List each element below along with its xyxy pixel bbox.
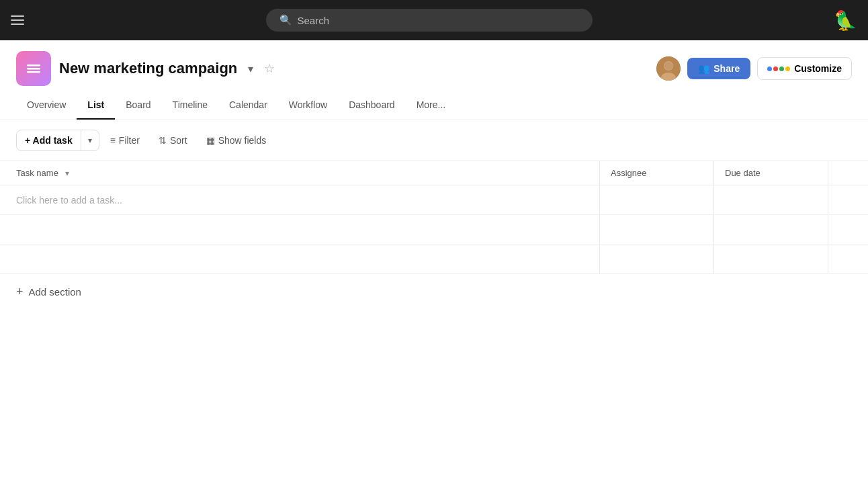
avatar — [656, 56, 681, 81]
logo-icon: 🦜 — [834, 9, 857, 32]
dot-green — [779, 66, 784, 71]
add-task-main[interactable]: + Add task — [17, 130, 81, 150]
share-people-icon: 👥 — [698, 63, 709, 74]
filter-button[interactable]: ≡ Filter — [102, 130, 148, 150]
empty-row-1-assignee — [599, 215, 713, 244]
tab-timeline[interactable]: Timeline — [162, 94, 218, 120]
empty-row-2-duedate — [713, 244, 828, 273]
tab-board[interactable]: Board — [115, 94, 161, 120]
project-title-row: New marketing campaign ▾ ☆ 👥 Share — [16, 51, 852, 86]
column-extra — [828, 161, 868, 185]
add-section-label: Add section — [29, 286, 81, 298]
avatar-svg — [656, 56, 681, 81]
empty-row-text: Click here to add a task... — [16, 195, 122, 206]
svg-rect-0 — [27, 64, 40, 66]
empty-row-1-task — [0, 215, 599, 244]
dot-blue — [767, 66, 772, 71]
svg-point-6 — [664, 62, 672, 70]
tab-dashboard[interactable]: Dashboard — [338, 94, 406, 120]
search-icon: 🔍 — [279, 14, 292, 26]
tab-calendar[interactable]: Calendar — [218, 94, 278, 120]
add-task-duedate-cell — [713, 185, 828, 214]
col-task-chevron[interactable]: ▾ — [65, 169, 69, 178]
col-duedate-label: Due date — [725, 168, 761, 178]
tab-workflow[interactable]: Workflow — [278, 94, 338, 120]
share-button[interactable]: 👥 Share — [687, 58, 750, 79]
empty-row-2-extra — [828, 244, 868, 273]
customize-label: Customize — [794, 63, 842, 74]
empty-row-1 — [0, 215, 868, 244]
add-task-row[interactable]: Click here to add a task... — [0, 185, 868, 215]
column-task-name: Task name ▾ — [0, 161, 599, 185]
show-fields-button[interactable]: ▦ Show fields — [198, 130, 275, 150]
tabs-row: Overview List Board Timeline Calendar Wo… — [16, 94, 852, 120]
add-task-assignee-cell — [599, 185, 713, 214]
project-name: New marketing campaign — [59, 60, 237, 77]
filter-icon: ≡ — [110, 135, 116, 146]
favorite-star-icon[interactable]: ☆ — [264, 61, 275, 76]
show-fields-label: Show fields — [218, 135, 267, 146]
col-task-label: Task name — [16, 168, 58, 178]
column-assignee: Assignee — [599, 161, 713, 185]
dot-yellow — [785, 66, 790, 71]
project-dropdown-chevron[interactable]: ▾ — [248, 62, 253, 75]
empty-row-1-extra — [828, 215, 868, 244]
dot-red — [773, 66, 778, 71]
sort-label: Sort — [170, 135, 187, 146]
column-due-date: Due date — [713, 161, 828, 185]
avatar-face — [656, 56, 681, 81]
sort-icon: ⇅ — [159, 135, 167, 146]
add-task-extra-cell — [828, 185, 868, 214]
add-section-plus-icon: + — [16, 285, 24, 299]
share-label: Share — [713, 63, 740, 74]
search-placeholder: Search — [298, 15, 330, 26]
list-icon — [24, 59, 43, 78]
show-fields-icon: ▦ — [206, 135, 215, 146]
project-icon — [16, 51, 51, 86]
add-section-row[interactable]: + Add section — [0, 274, 868, 310]
tab-more[interactable]: More... — [406, 94, 457, 120]
svg-rect-2 — [27, 71, 40, 73]
toolbar: + Add task ▾ ≡ Filter ⇅ Sort ▦ Show fiel… — [0, 120, 868, 161]
customize-dots — [767, 66, 790, 71]
add-task-button[interactable]: + Add task ▾ — [16, 130, 99, 151]
tab-overview[interactable]: Overview — [16, 94, 77, 120]
top-navigation: 🔍 Search 🦜 — [0, 0, 868, 40]
empty-row-2 — [0, 244, 868, 274]
col-assignee-label: Assignee — [611, 168, 646, 178]
header-actions: 👥 Share Customize — [656, 56, 852, 81]
add-task-placeholder[interactable]: Click here to add a task... — [0, 185, 599, 214]
svg-rect-1 — [27, 68, 40, 70]
tab-list[interactable]: List — [77, 94, 115, 120]
empty-row-1-duedate — [713, 215, 828, 244]
add-task-label: + Add task — [25, 135, 73, 146]
project-title-left: New marketing campaign ▾ ☆ — [16, 51, 275, 86]
hamburger-menu[interactable] — [11, 15, 24, 25]
filter-label: Filter — [119, 135, 140, 146]
add-task-dropdown-chevron[interactable]: ▾ — [81, 131, 99, 150]
header-area: New marketing campaign ▾ ☆ 👥 Share — [0, 40, 868, 120]
sort-button[interactable]: ⇅ Sort — [150, 130, 196, 150]
customize-button[interactable]: Customize — [757, 57, 852, 80]
table-area: Task name ▾ Assignee Due date Click here… — [0, 161, 868, 310]
empty-row-2-assignee — [599, 244, 713, 273]
search-bar[interactable]: 🔍 Search — [266, 9, 593, 32]
empty-row-2-task — [0, 244, 599, 273]
table-header: Task name ▾ Assignee Due date — [0, 161, 868, 185]
